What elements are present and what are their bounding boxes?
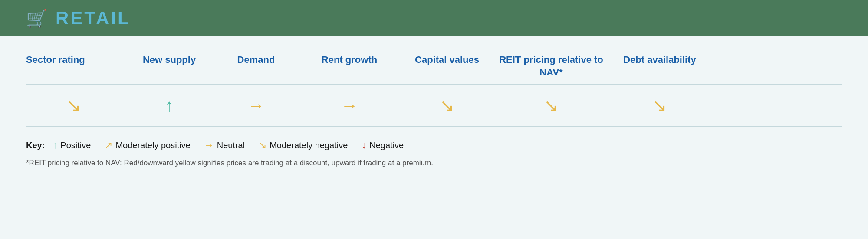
col-header-new-supply: New supply — [122, 54, 217, 79]
rent-growth-arrow: → — [295, 97, 404, 114]
reit-pricing-arrow: ↘ — [490, 97, 612, 114]
key-label: Key: — [26, 141, 45, 151]
debt-availability-arrow: ↘ — [612, 97, 707, 114]
key-positive-arrow: ↑ — [53, 140, 57, 151]
key-neutral-arrow: → — [204, 140, 214, 151]
key-section: Key: ↑ Positive ↗ Moderately positive → … — [26, 140, 842, 151]
key-negative-item: ↓ Negative — [362, 140, 404, 151]
col-header-sector-rating: Sector rating — [26, 54, 122, 79]
key-neutral-label: Neutral — [217, 141, 245, 151]
key-mod-negative-item: ↘ Moderately negative — [259, 140, 348, 151]
sector-rating-arrow: ↘ — [26, 97, 122, 114]
key-positive-label: Positive — [60, 141, 91, 151]
arrows-row: ↘ ↑ → → ↘ ↘ ↘ — [26, 85, 842, 127]
col-header-capital-values: Capital values — [404, 54, 490, 79]
footnote: *REIT pricing relative to NAV: Red/downw… — [26, 159, 842, 167]
col-header-reit-pricing: REIT pricing relative to NAV* — [490, 54, 612, 79]
demand-arrow: → — [217, 97, 295, 114]
key-mod-positive-label: Moderately positive — [115, 141, 190, 151]
col-header-rent-growth: Rent growth — [295, 54, 404, 79]
new-supply-arrow: ↑ — [122, 97, 217, 114]
col-header-debt-availability: Debt availability — [612, 54, 707, 79]
page-header: 🛒 RETAIL — [0, 0, 868, 36]
key-mod-negative-arrow: ↘ — [259, 140, 266, 151]
key-mod-positive-item: ↗ Moderately positive — [105, 140, 190, 151]
page-title: RETAIL — [56, 8, 131, 29]
key-mod-negative-label: Moderately negative — [270, 141, 348, 151]
key-negative-label: Negative — [369, 141, 404, 151]
data-table: Sector rating New supply Demand Rent gro… — [26, 54, 842, 127]
key-mod-positive-arrow: ↗ — [105, 140, 112, 151]
retail-icon: 🛒 — [26, 10, 48, 27]
capital-values-arrow: ↘ — [404, 97, 490, 114]
column-headers: Sector rating New supply Demand Rent gro… — [26, 54, 842, 85]
key-neutral-item: → Neutral — [204, 140, 245, 151]
col-header-demand: Demand — [217, 54, 295, 79]
main-content: Sector rating New supply Demand Rent gro… — [0, 36, 868, 180]
key-negative-arrow: ↓ — [362, 140, 366, 151]
key-positive-item: ↑ Positive — [53, 140, 91, 151]
